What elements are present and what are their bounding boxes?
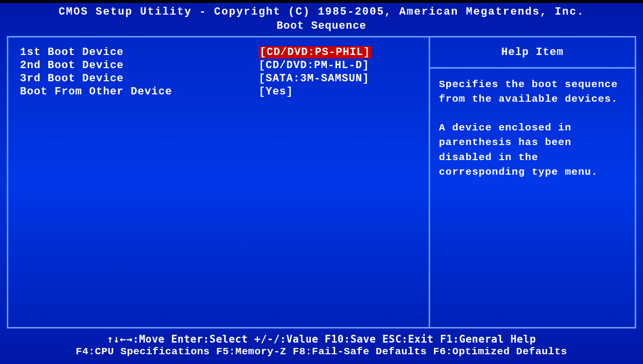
copyright-text: CMOS Setup Utility - Copyright (C) 1985-… bbox=[58, 6, 584, 18]
help-header: Help Item bbox=[430, 37, 635, 69]
footer-keys-line-1: ↑↓←→:Move Enter:Select +/-/:Value F10:Sa… bbox=[0, 333, 643, 345]
help-para-1: Specifies the boot sequence from the ava… bbox=[439, 77, 626, 107]
help-title: Help Item bbox=[501, 46, 564, 58]
boot-device-3-value[interactable]: [SATA:3M-SAMSUN] bbox=[259, 73, 417, 85]
page-title-text: Boot Sequence bbox=[277, 20, 367, 32]
boot-device-2-label: 2nd Boot Device bbox=[20, 59, 259, 72]
boot-other-row[interactable]: Boot From Other Device [Yes] bbox=[20, 86, 417, 98]
boot-device-1-row[interactable]: 1st Boot Device [CD/DVD:PS-PHIL] bbox=[20, 46, 417, 58]
boot-device-3-row[interactable]: 3rd Boot Device [SATA:3M-SAMSUN] bbox=[20, 73, 417, 85]
help-para-2: A device enclosed in parenthesis has bee… bbox=[439, 121, 626, 180]
boot-device-2-value[interactable]: [CD/DVD:PM-HL-D] bbox=[259, 59, 417, 72]
boot-device-1-value: [CD/DVD:PS-PHIL] bbox=[259, 46, 417, 58]
boot-other-label: Boot From Other Device bbox=[20, 86, 259, 98]
bios-screen: CMOS Setup Utility - Copyright (C) 1985-… bbox=[0, 0, 643, 364]
selected-highlight[interactable]: [CD/DVD:PS-PHIL] bbox=[259, 46, 371, 58]
page-title: Boot Sequence bbox=[0, 19, 643, 36]
footer-keys-line-2: F4:CPU Specifications F5:Memory-Z F8:Fai… bbox=[0, 346, 643, 357]
footer: ↑↓←→:Move Enter:Select +/-/:Value F10:Sa… bbox=[0, 328, 643, 364]
help-body: Specifies the boot sequence from the ava… bbox=[430, 69, 635, 202]
main-area: 1st Boot Device [CD/DVD:PS-PHIL] 2nd Boo… bbox=[7, 36, 636, 328]
help-panel: Help Item Specifies the boot sequence fr… bbox=[430, 37, 635, 327]
boot-device-3-label: 3rd Boot Device bbox=[20, 73, 259, 85]
options-panel: 1st Boot Device [CD/DVD:PS-PHIL] 2nd Boo… bbox=[8, 37, 430, 327]
bios-header: CMOS Setup Utility - Copyright (C) 1985-… bbox=[0, 3, 643, 19]
boot-device-2-row[interactable]: 2nd Boot Device [CD/DVD:PM-HL-D] bbox=[20, 59, 417, 72]
boot-device-1-label: 1st Boot Device bbox=[20, 46, 259, 58]
boot-other-value[interactable]: [Yes] bbox=[259, 86, 417, 98]
